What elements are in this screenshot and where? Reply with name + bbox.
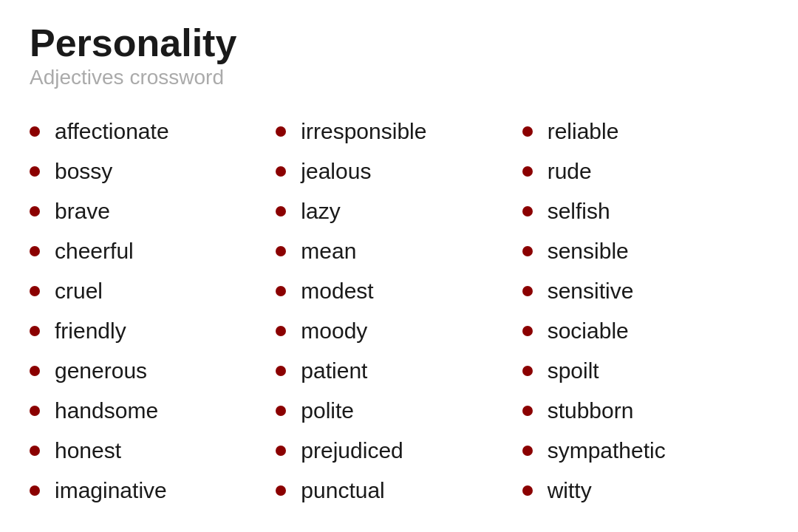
list-item: friendly	[30, 311, 276, 351]
list-item: sociable	[522, 311, 768, 351]
bullet-dot	[522, 326, 533, 336]
word-label: punctual	[301, 478, 384, 503]
word-column-col1: affectionatebossybravecheerfulcruelfrien…	[30, 112, 276, 511]
word-label: jealous	[301, 159, 371, 184]
word-label: brave	[55, 199, 110, 224]
word-label: sociable	[548, 318, 629, 344]
word-label: sensitive	[548, 279, 634, 304]
list-item: handsome	[30, 391, 276, 431]
word-label: imaginative	[55, 478, 167, 503]
word-label: sensible	[548, 239, 629, 264]
bullet-dot	[276, 326, 286, 336]
bullet-dot	[522, 126, 533, 137]
word-label: polite	[301, 398, 354, 423]
list-item: affectionate	[30, 112, 276, 151]
list-item: sensitive	[522, 271, 768, 311]
word-label: honest	[55, 438, 121, 463]
list-item: cruel	[30, 271, 276, 311]
page-title: Personality	[30, 22, 768, 64]
page-subtitle: Adjectives crossword	[30, 66, 768, 89]
word-label: spoilt	[548, 358, 599, 383]
bullet-dot	[522, 406, 533, 416]
list-item: mean	[276, 231, 522, 271]
bullet-dot	[30, 246, 40, 256]
word-label: rude	[548, 159, 592, 184]
bullet-dot	[276, 126, 286, 137]
list-item: prejudiced	[276, 431, 522, 471]
list-item: sensible	[522, 231, 768, 271]
word-label: cruel	[55, 279, 103, 304]
bullet-dot	[30, 206, 40, 216]
bullet-dot	[276, 446, 286, 456]
list-item: spoilt	[522, 351, 768, 391]
bullet-dot	[522, 246, 533, 256]
bullet-dot	[522, 366, 533, 376]
bullet-dot	[276, 246, 286, 256]
word-label: selfish	[548, 199, 610, 224]
word-label: modest	[301, 279, 373, 304]
word-label: irresponsible	[301, 119, 426, 144]
list-item: cheerful	[30, 231, 276, 271]
word-label: sympathetic	[548, 438, 666, 463]
bullet-dot	[30, 326, 40, 336]
word-label: reliable	[548, 119, 619, 144]
bullet-dot	[522, 166, 533, 177]
list-item: bossy	[30, 151, 276, 191]
bullet-dot	[30, 166, 40, 177]
list-item: generous	[30, 351, 276, 391]
list-item: modest	[276, 271, 522, 311]
word-label: prejudiced	[301, 438, 403, 463]
word-label: bossy	[55, 159, 112, 184]
bullet-dot	[522, 286, 533, 296]
bullet-dot	[276, 286, 286, 296]
list-item: honest	[30, 431, 276, 471]
bullet-dot	[522, 446, 533, 456]
bullet-dot	[522, 206, 533, 216]
word-label: mean	[301, 239, 356, 264]
bullet-dot	[30, 446, 40, 456]
list-item: punctual	[276, 471, 522, 511]
word-label: moody	[301, 318, 367, 344]
word-label: witty	[548, 478, 592, 503]
list-item: rude	[522, 151, 768, 191]
bullet-dot	[276, 485, 286, 496]
bullet-dot	[30, 406, 40, 416]
list-item: irresponsible	[276, 112, 522, 151]
word-column-col3: reliablerudeselfishsensiblesensitivesoci…	[522, 112, 768, 511]
list-item: moody	[276, 311, 522, 351]
list-item: sympathetic	[522, 431, 768, 471]
bullet-dot	[30, 485, 40, 496]
list-item: patient	[276, 351, 522, 391]
word-label: cheerful	[55, 239, 134, 264]
word-label: patient	[301, 358, 367, 383]
bullet-dot	[276, 206, 286, 216]
bullet-dot	[276, 166, 286, 177]
bullet-dot	[522, 485, 533, 496]
bullet-dot	[30, 286, 40, 296]
word-column-col2: irresponsiblejealouslazymeanmodestmoodyp…	[276, 112, 522, 511]
list-item: reliable	[522, 112, 768, 151]
bullet-dot	[30, 126, 40, 137]
word-label: handsome	[55, 398, 158, 423]
bullet-dot	[276, 366, 286, 376]
word-label: friendly	[55, 318, 126, 344]
list-item: jealous	[276, 151, 522, 191]
list-item: brave	[30, 191, 276, 231]
list-item: imaginative	[30, 471, 276, 511]
bullet-dot	[276, 406, 286, 416]
word-label: affectionate	[55, 119, 169, 144]
word-label: lazy	[301, 199, 340, 224]
word-label: generous	[55, 358, 147, 383]
word-label: stubborn	[548, 398, 634, 423]
list-item: selfish	[522, 191, 768, 231]
list-item: stubborn	[522, 391, 768, 431]
word-list-container: affectionatebossybravecheerfulcruelfrien…	[30, 112, 768, 511]
list-item: polite	[276, 391, 522, 431]
bullet-dot	[30, 366, 40, 376]
list-item: witty	[522, 471, 768, 511]
list-item: lazy	[276, 191, 522, 231]
